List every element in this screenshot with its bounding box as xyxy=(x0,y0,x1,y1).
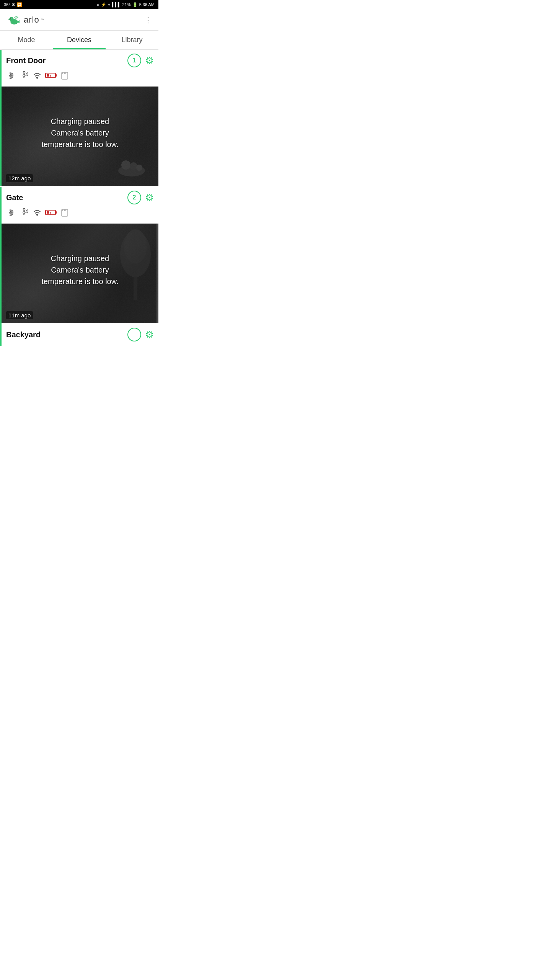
tab-library[interactable]: Library xyxy=(106,31,158,49)
svg-point-25 xyxy=(121,160,130,170)
svg-rect-37 xyxy=(55,211,57,214)
tab-bar: Mode Devices Library xyxy=(0,31,158,50)
sd-card-icon-gate xyxy=(60,207,69,220)
battery-low-icon-front-door: ! xyxy=(45,70,57,83)
svg-point-14 xyxy=(37,78,38,79)
camera-timestamp-front-door: 12m ago xyxy=(6,174,33,182)
svg-point-7 xyxy=(9,75,11,77)
motion-icon-front-door xyxy=(19,70,29,83)
svg-point-28 xyxy=(9,212,11,214)
device-status-icons-gate: ! xyxy=(2,206,158,224)
svg-text:!: ! xyxy=(50,211,51,216)
tab-devices[interactable]: Devices xyxy=(53,31,106,49)
battery-low-icon-gate: ! xyxy=(45,207,57,220)
settings-icon-gate[interactable]: ⚙ xyxy=(145,192,154,204)
battery-warning-icon: ! xyxy=(45,70,57,80)
trademark: ™ xyxy=(41,18,44,22)
tab-mode[interactable]: Mode xyxy=(0,31,53,49)
status-left: 36° ✉ 🔁 xyxy=(4,2,22,7)
svg-rect-17 xyxy=(47,74,49,77)
svg-marker-6 xyxy=(17,20,20,23)
device-badge-front-door[interactable]: 1 xyxy=(127,54,141,67)
device-name-backyard: Backyard xyxy=(6,330,41,339)
camera-message-gate: Charging paused Camera's battery tempera… xyxy=(41,253,118,287)
sd-card-icon-front-door xyxy=(60,70,69,83)
device-controls-front-door: 1 ⚙ xyxy=(127,54,154,67)
svg-point-47 xyxy=(124,229,147,264)
camera-timestamp-gate: 11m ago xyxy=(6,311,33,319)
device-status-icons-front-door: ! xyxy=(2,69,158,87)
svg-line-10 xyxy=(23,76,24,78)
svg-point-8 xyxy=(23,72,25,74)
camera-object-1 xyxy=(116,152,147,178)
battery-warning-icon-gate: ! xyxy=(45,207,57,217)
settings-icon-front-door[interactable]: ⚙ xyxy=(145,55,154,67)
svg-rect-22 xyxy=(65,72,66,74)
battery-percent: 21% xyxy=(122,2,131,7)
svg-line-11 xyxy=(24,76,25,78)
bluetooth-icon: ⎈ xyxy=(97,2,99,7)
camera-tree xyxy=(112,224,158,300)
svg-text:!: ! xyxy=(50,74,51,78)
sync-icon: 🔁 xyxy=(17,2,22,7)
wifi-icon xyxy=(32,70,42,80)
svg-line-31 xyxy=(23,213,24,215)
ear-icon xyxy=(6,70,16,80)
device-controls-gate: 2 ⚙ xyxy=(127,191,154,204)
battery-icon: 🔋 xyxy=(132,2,138,7)
signal-icon: ▌▌▌ xyxy=(112,2,121,7)
status-bar: 36° ✉ 🔁 ⎈ ⚡ ⌖ ▌▌▌ 21% 🔋 5:36 AM xyxy=(0,0,158,9)
arlo-bird-icon xyxy=(6,14,22,26)
svg-point-1 xyxy=(9,17,13,21)
svg-rect-16 xyxy=(55,74,57,77)
wifi-status-icon-front-door xyxy=(32,70,42,83)
svg-point-4 xyxy=(10,18,11,18)
device-card-gate: Gate 2 ⚙ xyxy=(0,187,158,323)
more-options-button[interactable]: ⋮ xyxy=(144,18,152,22)
wifi-status-icon-gate xyxy=(32,207,42,220)
app-title: arlo xyxy=(24,15,39,25)
svg-point-35 xyxy=(37,215,38,216)
device-name-gate: Gate xyxy=(6,193,23,202)
svg-point-29 xyxy=(23,209,25,211)
device-badge-backyard[interactable] xyxy=(127,328,141,341)
svg-rect-21 xyxy=(64,72,65,74)
device-badge-gate[interactable]: 2 xyxy=(127,191,141,204)
svg-rect-41 xyxy=(62,209,63,211)
scrollbar-hint xyxy=(156,224,158,323)
arlo-logo: arlo™ xyxy=(6,14,44,26)
device-card-front-door: Front Door 1 ⚙ xyxy=(0,50,158,186)
audio-icon-gate xyxy=(6,207,16,220)
svg-point-27 xyxy=(136,165,142,171)
time: 5:36 AM xyxy=(139,2,155,7)
camera-feed-gate[interactable]: Charging paused Camera's battery tempera… xyxy=(2,224,158,323)
wifi-icon-gate xyxy=(32,207,42,217)
device-card-backyard: Backyard ⚙ xyxy=(0,323,158,346)
sd-icon xyxy=(60,70,69,80)
ear-icon-gate xyxy=(6,207,16,217)
svg-rect-42 xyxy=(64,209,65,211)
device-controls-backyard: ⚙ xyxy=(127,328,154,341)
device-header-gate: Gate 2 ⚙ xyxy=(2,187,158,206)
svg-point-26 xyxy=(130,162,137,170)
svg-rect-38 xyxy=(47,211,49,214)
audio-icon-front-door xyxy=(6,70,16,83)
svg-line-32 xyxy=(24,213,25,215)
app-bar: arlo™ ⋮ xyxy=(0,9,158,31)
gmail-icon: ✉ xyxy=(12,2,15,7)
temperature: 36° xyxy=(4,2,10,7)
status-right: ⎈ ⚡ ⌖ ▌▌▌ 21% 🔋 5:36 AM xyxy=(97,2,155,7)
motion-detect-icon xyxy=(19,70,29,80)
motion-icon-gate xyxy=(19,207,29,220)
camera-message-front-door: Charging paused Camera's battery tempera… xyxy=(41,116,118,150)
wifi-icon: ⌖ xyxy=(108,2,110,7)
camera-feed-front-door[interactable]: Charging paused Camera's battery tempera… xyxy=(2,87,158,186)
charging-icon: ⚡ xyxy=(101,2,106,7)
settings-icon-backyard[interactable]: ⚙ xyxy=(145,329,154,341)
device-name-front-door: Front Door xyxy=(6,56,46,65)
svg-rect-20 xyxy=(62,72,63,74)
motion-detect-icon-gate xyxy=(19,207,29,217)
svg-rect-43 xyxy=(65,209,66,211)
device-header-front-door: Front Door 1 ⚙ xyxy=(2,50,158,69)
svg-point-5 xyxy=(16,18,17,19)
